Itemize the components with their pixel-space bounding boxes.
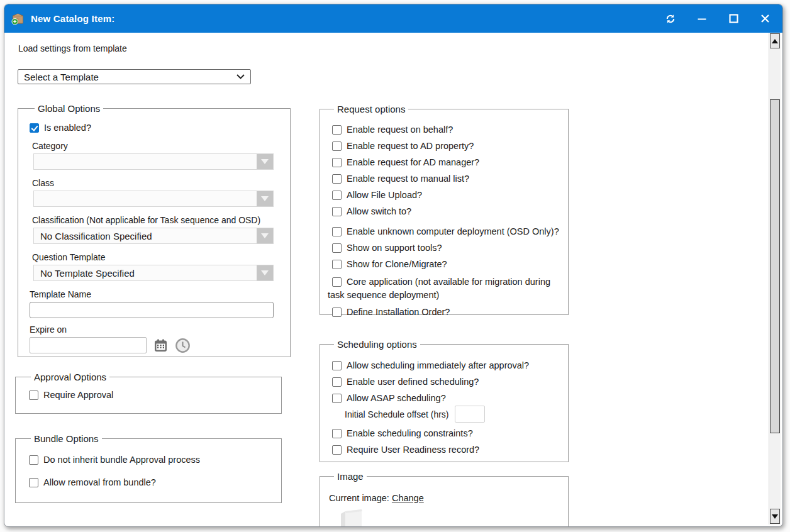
- allow-asap-scheduling-row[interactable]: Allow ASAP scheduling?: [332, 393, 560, 403]
- request-options-legend: Request options: [334, 104, 408, 114]
- show-clone-migrate-checkbox[interactable]: [332, 260, 342, 269]
- scroll-up-button[interactable]: [770, 33, 780, 48]
- request-ad-property-checkbox[interactable]: [332, 141, 342, 151]
- approval-options-section: Approval Options Require Approval: [15, 372, 282, 414]
- dropdown-arrow-icon: [261, 233, 269, 238]
- global-options-legend: Global Options: [35, 103, 103, 114]
- current-image-preview: [339, 508, 560, 527]
- allow-scheduling-after-approval-row[interactable]: Allow scheduling immediately after appro…: [332, 360, 560, 370]
- question-template-dropdown-button[interactable]: [257, 265, 273, 280]
- user-readiness-record-row[interactable]: Require User Readiness record?: [332, 445, 560, 455]
- image-section: Image Current image: Change: [320, 471, 569, 527]
- scheduling-options-legend: Scheduling options: [334, 339, 420, 350]
- request-manual-list-checkbox[interactable]: [332, 174, 342, 184]
- require-approval-label: Require Approval: [43, 390, 113, 400]
- category-dropdown[interactable]: [33, 153, 274, 170]
- allow-asap-scheduling-checkbox[interactable]: [332, 394, 342, 403]
- arrow-up-icon: [772, 39, 778, 43]
- scrollbar-thumb[interactable]: [770, 99, 780, 433]
- is-enabled-label: Is enabled?: [44, 123, 91, 133]
- maximize-button[interactable]: [725, 9, 742, 28]
- request-ad-manager-row[interactable]: Enable request for AD manager?: [332, 157, 560, 167]
- close-button[interactable]: [756, 9, 774, 28]
- class-dropdown-button[interactable]: [257, 191, 273, 206]
- question-template-label: Question Template: [32, 252, 274, 262]
- core-application-row[interactable]: Core application (not available for migr…: [328, 275, 560, 302]
- allow-switch-to-checkbox[interactable]: [332, 207, 342, 216]
- bundle-options-legend: Bundle Options: [31, 433, 102, 444]
- refresh-button[interactable]: [662, 9, 679, 28]
- show-clone-migrate-row[interactable]: Show for Clone/Migrate?: [332, 259, 560, 269]
- core-application-label: Core application (not available for migr…: [328, 277, 550, 300]
- is-enabled-checkbox[interactable]: [30, 123, 39, 133]
- template-select-value: Select a Template: [24, 72, 99, 82]
- bundle-allow-removal-checkbox[interactable]: [29, 478, 38, 487]
- show-support-tools-checkbox[interactable]: [332, 243, 342, 253]
- user-defined-scheduling-row[interactable]: Enable user defined scheduling?: [332, 377, 560, 387]
- scheduling-constraints-row[interactable]: Enable scheduling constraints?: [332, 428, 560, 438]
- require-approval-checkbox[interactable]: [29, 391, 38, 400]
- define-install-order-row[interactable]: Define Installation Order?: [332, 307, 560, 317]
- template-name-input[interactable]: [30, 302, 274, 318]
- scroll-down-button[interactable]: [770, 509, 780, 524]
- template-select[interactable]: Select a Template: [18, 69, 251, 84]
- require-approval-row[interactable]: Require Approval: [29, 390, 272, 400]
- user-readiness-record-checkbox[interactable]: [332, 445, 342, 455]
- minimize-button[interactable]: [693, 9, 711, 28]
- request-on-behalf-label: Enable request on behalf?: [347, 125, 453, 135]
- vertical-scrollbar[interactable]: [769, 33, 781, 524]
- bundle-no-inherit-row[interactable]: Do not inherit bundle Approval process: [29, 455, 272, 465]
- dropdown-arrow-icon: [261, 159, 269, 164]
- scheduling-constraints-label: Enable scheduling constraints?: [347, 428, 473, 438]
- allow-file-upload-label: Allow File Upload?: [347, 190, 422, 200]
- is-enabled-row[interactable]: Is enabled?: [30, 123, 274, 133]
- show-support-tools-row[interactable]: Show on support tools?: [332, 243, 560, 253]
- initial-schedule-offset-input[interactable]: [455, 406, 485, 423]
- bundle-allow-removal-row[interactable]: Allow removal from bundle?: [29, 477, 272, 487]
- allow-switch-to-label: Allow switch to?: [347, 206, 411, 216]
- global-options-section: Global Options Is enabled? Category Clas…: [18, 103, 291, 357]
- change-image-link[interactable]: Change: [392, 493, 424, 503]
- request-on-behalf-row[interactable]: Enable request on behalf?: [332, 125, 560, 135]
- class-dropdown[interactable]: [33, 191, 274, 207]
- define-install-order-checkbox[interactable]: [332, 308, 342, 317]
- user-defined-scheduling-checkbox[interactable]: [332, 377, 342, 387]
- unknown-computer-deployment-row[interactable]: Enable unknown computer deployment (OSD …: [332, 226, 560, 236]
- request-on-behalf-checkbox[interactable]: [332, 125, 342, 135]
- arrow-down-icon: [772, 514, 778, 519]
- allow-scheduling-after-approval-checkbox[interactable]: [332, 361, 342, 370]
- calendar-icon[interactable]: [153, 338, 168, 353]
- initial-schedule-offset-row: Initial Schedule offset (hrs): [345, 406, 560, 423]
- request-manual-list-row[interactable]: Enable request to manual list?: [332, 174, 560, 184]
- new-catalog-item-dialog: New Catalog Item: Load settings from tem…: [4, 4, 783, 527]
- user-defined-scheduling-label: Enable user defined scheduling?: [347, 377, 479, 387]
- bundle-no-inherit-label: Do not inherit bundle Approval process: [43, 455, 200, 465]
- allow-file-upload-row[interactable]: Allow File Upload?: [332, 190, 560, 200]
- core-application-checkbox[interactable]: [332, 277, 342, 287]
- show-clone-migrate-label: Show for Clone/Migrate?: [347, 259, 447, 269]
- allow-file-upload-checkbox[interactable]: [332, 191, 342, 200]
- bundle-no-inherit-checkbox[interactable]: [29, 455, 38, 465]
- request-ad-manager-checkbox[interactable]: [332, 158, 342, 167]
- expire-on-input[interactable]: [30, 337, 147, 353]
- request-ad-manager-label: Enable request for AD manager?: [347, 157, 479, 167]
- classification-dropdown-value: No Classification Specified: [40, 231, 152, 241]
- bundle-options-section: Bundle Options Do not inherit bundle App…: [15, 433, 282, 503]
- category-dropdown-button[interactable]: [257, 154, 273, 169]
- classification-dropdown[interactable]: No Classification Specified: [33, 228, 274, 244]
- allow-asap-scheduling-label: Allow ASAP scheduling?: [347, 393, 446, 403]
- question-template-dropdown[interactable]: No Template Specified: [33, 265, 274, 281]
- unknown-computer-deployment-checkbox[interactable]: [332, 227, 342, 236]
- initial-schedule-offset-label: Initial Schedule offset (hrs): [345, 409, 449, 419]
- request-ad-property-row[interactable]: Enable request to AD property?: [332, 141, 560, 151]
- approval-options-legend: Approval Options: [31, 372, 109, 382]
- user-readiness-record-label: Require User Readiness record?: [347, 445, 479, 455]
- window-title: New Catalog Item:: [31, 13, 114, 24]
- classification-dropdown-button[interactable]: [257, 228, 273, 243]
- catalog-box-add-icon: [11, 12, 25, 25]
- allow-switch-to-row[interactable]: Allow switch to?: [332, 206, 560, 216]
- scheduling-constraints-checkbox[interactable]: [332, 429, 342, 438]
- current-image-label: Current image:: [329, 493, 389, 503]
- clock-icon[interactable]: [175, 338, 191, 353]
- category-label: Category: [32, 141, 274, 151]
